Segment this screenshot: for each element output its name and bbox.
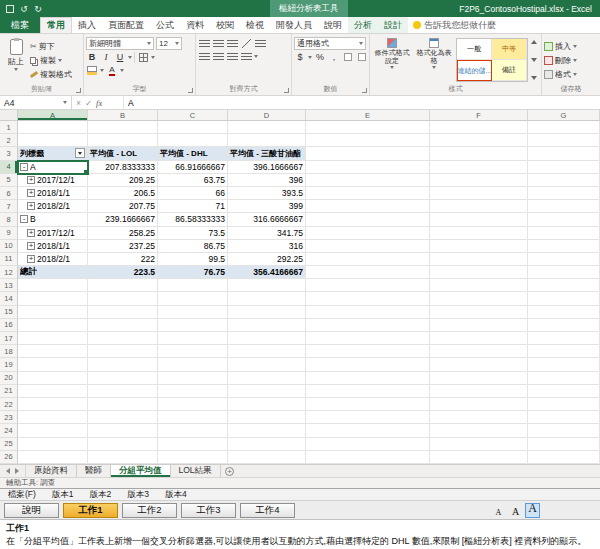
cell-C16[interactable] (158, 319, 228, 332)
cell-G15[interactable] (528, 306, 600, 319)
cell-G16[interactable] (528, 319, 600, 332)
cell-B9[interactable]: 258.25 (88, 227, 158, 240)
cell-F24[interactable] (430, 424, 528, 437)
cell-G2[interactable] (528, 134, 600, 147)
cell-A13[interactable] (18, 279, 88, 292)
cell-E15[interactable] (306, 306, 430, 319)
cell-F8[interactable] (430, 213, 528, 226)
cell-C3[interactable]: 平均值 - DHL (158, 147, 228, 160)
expand-button[interactable]: + (27, 255, 35, 263)
cell-D6[interactable]: 393.5 (228, 187, 306, 200)
cell-A19[interactable] (18, 358, 88, 371)
cell-B3[interactable]: 平均值 - LOL (88, 147, 158, 160)
row-header-8[interactable]: 8 (0, 213, 18, 226)
ribbon-tab-data[interactable]: 資料 (180, 17, 210, 33)
cell-C13[interactable] (158, 279, 228, 292)
cell-C18[interactable] (158, 345, 228, 358)
copy-button[interactable]: 複製 (30, 53, 72, 67)
ribbon-tab-review[interactable]: 校閱 (210, 17, 240, 33)
row-header-19[interactable]: 19 (0, 358, 18, 371)
row-header-23[interactable]: 23 (0, 411, 18, 424)
alignment-dialog-launcher[interactable] (284, 88, 289, 93)
cell-C6[interactable]: 66 (158, 187, 228, 200)
format-painter-button[interactable]: 複製格式 (30, 67, 72, 81)
cell-F10[interactable] (430, 240, 528, 253)
new-sheet-button[interactable]: + (221, 465, 239, 477)
cell-F15[interactable] (430, 306, 528, 319)
column-header-E[interactable]: E (306, 110, 430, 120)
ribbon-tab-insert[interactable]: 插入 (72, 17, 102, 33)
cell-G6[interactable] (528, 187, 600, 200)
cell-E9[interactable] (306, 227, 430, 240)
cell-C22[interactable] (158, 398, 228, 411)
cell-D2[interactable] (228, 134, 306, 147)
undo-icon[interactable]: ↺ (19, 4, 29, 14)
cell-D11[interactable]: 292.25 (228, 253, 306, 266)
formula-content[interactable]: A (124, 96, 600, 109)
row-header-2[interactable]: 2 (0, 134, 18, 147)
cell-E8[interactable] (306, 213, 430, 226)
row-header-10[interactable]: 10 (0, 240, 18, 253)
cell-A6[interactable]: +2018/1/1 (18, 187, 88, 200)
expand-button[interactable]: + (27, 176, 35, 184)
cells-format-button[interactable]: 格式 (544, 67, 598, 81)
cell-G20[interactable] (528, 372, 600, 385)
sheet-tab-raw-data[interactable]: 原始資料 (26, 465, 77, 477)
cell-C15[interactable] (158, 306, 228, 319)
number-dialog-launcher[interactable] (362, 88, 367, 93)
cell-E11[interactable] (306, 253, 430, 266)
cell-A25[interactable] (18, 438, 88, 451)
clipboard-dialog-launcher[interactable] (76, 88, 81, 93)
cell-G12[interactable] (528, 266, 600, 279)
cell-B26[interactable] (88, 451, 158, 464)
cell-F6[interactable] (430, 187, 528, 200)
cell-F3[interactable] (430, 147, 528, 160)
cell-B19[interactable] (88, 358, 158, 371)
cell-E18[interactable] (306, 345, 430, 358)
cell-E5[interactable] (306, 174, 430, 187)
row-header-13[interactable]: 13 (0, 279, 18, 292)
cell-C5[interactable]: 63.75 (158, 174, 228, 187)
column-header-B[interactable]: B (88, 110, 158, 120)
cell-G17[interactable] (528, 332, 600, 345)
cell-B18[interactable] (88, 345, 158, 358)
exam-button-help[interactable]: 說明 (4, 503, 59, 518)
cell-E14[interactable] (306, 292, 430, 305)
cell-B10[interactable]: 237.25 (88, 240, 158, 253)
row-header-17[interactable]: 17 (0, 332, 18, 345)
row-header-14[interactable]: 14 (0, 292, 18, 305)
exam-menu-version-4[interactable]: 版本4 (157, 489, 195, 501)
ribbon-tab-page-layout[interactable]: 頁面配置 (102, 17, 150, 33)
cell-D13[interactable] (228, 279, 306, 292)
exam-menu-file[interactable]: 檔案(F) (0, 489, 44, 501)
row-header-24[interactable]: 24 (0, 424, 18, 437)
cell-A15[interactable] (18, 306, 88, 319)
cell-D20[interactable] (228, 372, 306, 385)
cell-A21[interactable] (18, 385, 88, 398)
borders-button[interactable] (137, 51, 149, 63)
wrap-text-button[interactable] (254, 37, 266, 49)
cell-D23[interactable] (228, 411, 306, 424)
cell-A2[interactable] (18, 134, 88, 147)
accounting-format-button[interactable]: $ (294, 51, 306, 63)
cell-E20[interactable] (306, 372, 430, 385)
cell-D1[interactable] (228, 121, 306, 134)
expand-button[interactable]: + (27, 229, 35, 237)
cell-C25[interactable] (158, 438, 228, 451)
row-header-25[interactable]: 25 (0, 438, 18, 451)
cell-E4[interactable] (306, 161, 430, 174)
cell-F12[interactable] (430, 266, 528, 279)
cell-G10[interactable] (528, 240, 600, 253)
cell-B7[interactable]: 207.75 (88, 200, 158, 213)
row-header-11[interactable]: 11 (0, 253, 18, 266)
cell-A9[interactable]: +2017/12/1 (18, 227, 88, 240)
decrease-decimal-button[interactable] (356, 51, 368, 63)
italic-button[interactable]: I (100, 51, 112, 63)
cell-C8[interactable]: 86.58333333 (158, 213, 228, 226)
enter-icon[interactable]: ✓ (85, 98, 92, 108)
cell-F20[interactable] (430, 372, 528, 385)
cell-B16[interactable] (88, 319, 158, 332)
cell-B23[interactable] (88, 411, 158, 424)
ribbon-tab-design[interactable]: 設計 (378, 17, 408, 33)
ribbon-tab-developer[interactable]: 開發人員 (270, 17, 318, 33)
